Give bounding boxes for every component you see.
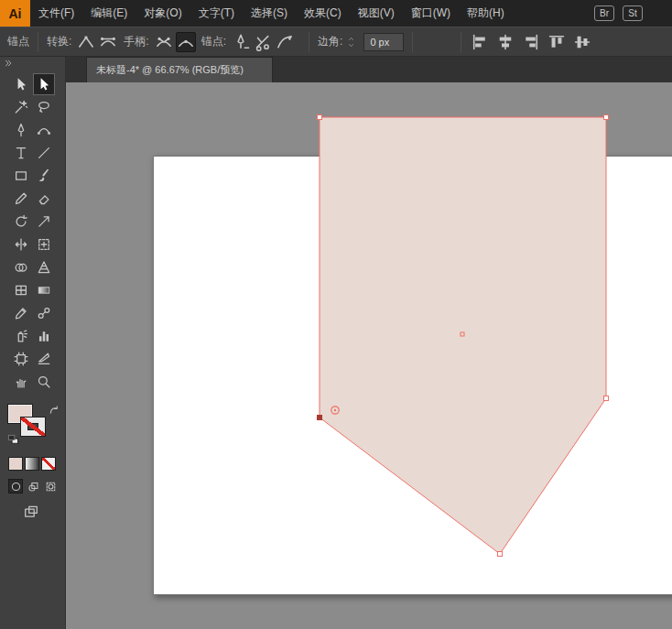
line-segment-tool[interactable] (33, 142, 55, 164)
rectangle-tool[interactable] (10, 165, 32, 187)
menu-item[interactable]: 窗口(W) (403, 0, 459, 27)
corner-radius-input[interactable]: 0 px (363, 33, 404, 51)
free-transform-tool-icon (37, 237, 51, 252)
hand-tool-icon (14, 374, 28, 389)
menu-item[interactable]: 选择(S) (243, 0, 296, 27)
perspective-grid-tool[interactable] (33, 256, 55, 278)
corner-stepper[interactable] (347, 36, 359, 49)
menu-item[interactable]: 文字(T) (190, 0, 243, 27)
tab-close-button[interactable] (252, 65, 263, 76)
gradient-button[interactable] (25, 457, 39, 471)
anchor-point[interactable] (318, 416, 322, 420)
eyedropper-tool-icon (14, 306, 28, 320)
menu-item[interactable]: 视图(V) (350, 0, 403, 27)
separator (461, 32, 461, 52)
screen-mode-icon (22, 504, 40, 519)
convert-to-corner-button[interactable] (76, 32, 96, 52)
magic-wand-tool[interactable] (10, 96, 32, 118)
screen-mode-button[interactable] (22, 504, 40, 519)
free-transform-tool[interactable] (33, 233, 55, 255)
hide-handles-button[interactable] (176, 32, 196, 52)
direct-selection-tool-icon (37, 77, 51, 92)
bridge-button[interactable]: Br (594, 5, 614, 21)
type-tool[interactable] (10, 142, 32, 164)
color-button[interactable] (8, 457, 23, 471)
pen-tool[interactable] (10, 119, 32, 141)
swap-fill-stroke-button[interactable] (49, 405, 60, 417)
menu-item[interactable]: 文件(F) (30, 0, 82, 27)
perspective-grid-tool-icon (37, 260, 51, 275)
gradient-tool-icon (37, 283, 51, 298)
curvature-tool[interactable] (33, 119, 55, 141)
direct-selection-tool[interactable] (33, 73, 55, 95)
selection-tool-icon (14, 77, 28, 92)
convert-to-corner-icon (77, 33, 95, 51)
column-graph-tool[interactable] (33, 325, 55, 347)
draw-normal-button[interactable] (8, 479, 23, 493)
eyedropper-tool[interactable] (10, 302, 32, 324)
symbol-sprayer-tool[interactable] (10, 325, 32, 347)
anchor-point[interactable] (498, 552, 503, 557)
draw-inside-button[interactable] (43, 479, 58, 493)
anchor-point[interactable] (604, 115, 609, 120)
anchor-point[interactable] (604, 396, 609, 401)
align-center-h-icon (496, 33, 515, 51)
width-tool[interactable] (10, 233, 32, 255)
pencil-tool[interactable] (10, 188, 32, 210)
zoom-tool-icon (37, 374, 51, 389)
document-tab[interactable]: 未标题-4* @ 66.67% (RGB/预览) (86, 57, 273, 82)
shape-builder-tool[interactable] (10, 256, 32, 278)
gradient-tool[interactable] (33, 279, 55, 301)
canvas[interactable] (66, 82, 672, 629)
slice-tool-icon (37, 352, 51, 366)
control-group-label: 锚点: (201, 34, 226, 49)
corner-label: 边角: (318, 34, 342, 49)
stroke-swatch[interactable] (20, 417, 46, 437)
align-right-icon (522, 33, 540, 51)
menu-item[interactable]: 对象(O) (135, 0, 190, 27)
stock-button[interactable]: St (623, 5, 643, 21)
document-shapes (66, 82, 672, 629)
selection-tool[interactable] (10, 73, 32, 95)
artboard-tool-icon (14, 352, 28, 366)
draw-normal-icon (10, 481, 22, 493)
show-handles-icon (155, 33, 173, 51)
tools-panel-header[interactable] (0, 57, 65, 70)
cut-path-button[interactable] (253, 32, 273, 52)
slice-tool[interactable] (33, 348, 55, 370)
draw-behind-button[interactable] (26, 479, 40, 493)
rectangle-tool-icon (14, 168, 28, 183)
menu-item[interactable]: 编辑(E) (82, 0, 135, 27)
control-group-label: 手柄: (124, 34, 148, 49)
convert-to-smooth-button[interactable] (98, 32, 118, 52)
anchor-point[interactable] (318, 115, 322, 120)
menu-item[interactable]: 帮助(H) (459, 0, 513, 27)
blend-tool[interactable] (33, 302, 55, 324)
none-slash-icon (21, 418, 45, 436)
artboard-tool[interactable] (10, 348, 32, 370)
cut-path-icon (254, 33, 272, 51)
paintbrush-tool[interactable] (33, 165, 55, 187)
none-button[interactable] (41, 457, 56, 471)
show-handles-button[interactable] (154, 32, 174, 52)
zoom-tool[interactable] (33, 371, 55, 393)
eraser-tool[interactable] (33, 188, 55, 210)
options-dropdown-button[interactable] (421, 32, 452, 52)
lasso-tool[interactable] (33, 96, 55, 118)
stepper-down-icon (347, 42, 355, 49)
context-label: 锚点 (7, 34, 29, 49)
align-center-horizontal-button[interactable] (495, 32, 515, 52)
align-right-button[interactable] (521, 32, 541, 52)
connect-path-button[interactable] (275, 32, 295, 52)
remove-anchor-button[interactable] (231, 32, 251, 52)
rotate-tool[interactable] (10, 211, 32, 233)
scale-tool[interactable] (33, 211, 55, 233)
hand-tool[interactable] (10, 371, 32, 393)
align-left-button[interactable] (470, 32, 490, 52)
align-top-button[interactable] (547, 32, 567, 52)
mesh-tool[interactable] (10, 279, 32, 301)
control-group: 转换: (47, 32, 118, 52)
default-fill-stroke-button[interactable] (7, 434, 20, 446)
menu-item[interactable]: 效果(C) (296, 0, 350, 27)
align-middle-vertical-button[interactable] (572, 32, 592, 52)
